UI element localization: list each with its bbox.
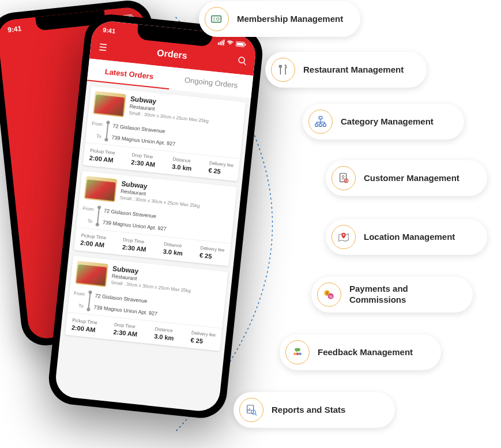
order-card[interactable]: Subway Restaurant Small : 30cm x 30cm x … bbox=[83, 86, 246, 181]
route-line-icon bbox=[97, 208, 100, 225]
feature-label: Payments and Commissions bbox=[349, 284, 458, 306]
svg-point-17 bbox=[343, 234, 345, 236]
feedback-icon bbox=[285, 340, 310, 364]
svg-rect-26 bbox=[247, 405, 254, 413]
to-address: 739 Magnus Union Apt. 927 bbox=[103, 219, 167, 232]
from-label: From bbox=[82, 206, 94, 212]
to-label: To bbox=[91, 133, 102, 139]
svg-point-22 bbox=[293, 352, 296, 355]
payments-icon: $% bbox=[317, 283, 341, 307]
feature-label: Feedback Management bbox=[318, 347, 413, 358]
distance-value: 3.0 km bbox=[154, 333, 174, 342]
feature-location: Location Management bbox=[326, 219, 487, 255]
distance-value: 3.0 km bbox=[163, 248, 183, 257]
to-label: To bbox=[73, 303, 84, 309]
category-icon bbox=[308, 110, 333, 134]
svg-text:%: % bbox=[329, 295, 333, 299]
feature-reports: Reports and Stats bbox=[233, 392, 395, 428]
fee-value: € 25 bbox=[208, 167, 233, 176]
svg-line-7 bbox=[243, 63, 246, 65]
pickup-value: 2:00 AM bbox=[71, 324, 97, 333]
pickup-value: 2:00 AM bbox=[80, 239, 106, 249]
membership-icon bbox=[205, 7, 229, 31]
fee-value: € 25 bbox=[199, 251, 224, 261]
svg-rect-13 bbox=[323, 124, 326, 127]
order-image bbox=[75, 261, 108, 287]
svg-rect-5 bbox=[245, 44, 246, 46]
reports-icon bbox=[239, 398, 263, 422]
svg-text:$: $ bbox=[326, 291, 329, 295]
feature-label: Customer Management bbox=[364, 173, 459, 184]
svg-point-15 bbox=[342, 175, 344, 178]
feature-label: Restaurant Management bbox=[303, 65, 404, 76]
order-card[interactable]: Subway Restaurant Small : 30cm x 30cm x … bbox=[65, 255, 228, 351]
to-address: 739 Magnus Union Apt. 927 bbox=[93, 304, 158, 317]
time-label: 9:41 bbox=[103, 27, 116, 35]
svg-point-9 bbox=[217, 18, 220, 21]
svg-point-23 bbox=[296, 352, 299, 355]
menu-icon[interactable]: ☰ bbox=[98, 42, 107, 53]
customer-icon bbox=[332, 166, 356, 190]
from-label: From bbox=[92, 121, 103, 127]
search-icon[interactable] bbox=[237, 55, 247, 68]
feature-customer: Customer Management bbox=[326, 160, 487, 196]
feature-label: Location Management bbox=[364, 232, 455, 243]
feature-label: Reports and Stats bbox=[272, 405, 345, 416]
drop-value: 2:30 AM bbox=[113, 328, 138, 337]
location-icon bbox=[332, 225, 356, 249]
status-icons bbox=[218, 39, 247, 48]
to-address: 739 Magnus Union Apt. 927 bbox=[111, 134, 176, 147]
svg-rect-25 bbox=[295, 348, 300, 352]
svg-rect-10 bbox=[319, 116, 322, 119]
feature-label: Membership Management bbox=[237, 14, 343, 25]
svg-rect-12 bbox=[319, 124, 322, 127]
to-label: To bbox=[81, 218, 93, 224]
feature-label: Category Management bbox=[341, 116, 434, 127]
feature-feedback: Feedback Management bbox=[280, 334, 441, 370]
fee-value: € 25 bbox=[190, 337, 215, 346]
order-image bbox=[93, 91, 126, 117]
order-card[interactable]: Subway Restaurant Small : 30cm x 30cm x … bbox=[74, 171, 237, 266]
pickup-value: 2:00 AM bbox=[89, 154, 115, 163]
drop-value: 2:30 AM bbox=[131, 159, 156, 168]
route-line-icon bbox=[106, 122, 108, 140]
order-image bbox=[84, 176, 117, 202]
orders-list: Subway Restaurant Small : 30cm x 30cm x … bbox=[59, 81, 251, 362]
svg-point-6 bbox=[239, 57, 245, 63]
time-label: 9:41 bbox=[7, 24, 22, 33]
feature-category: Category Management bbox=[303, 104, 464, 140]
svg-rect-4 bbox=[236, 43, 243, 46]
distance-value: 3.0 km bbox=[172, 163, 192, 172]
route-line-icon bbox=[88, 292, 91, 310]
from-label: From bbox=[74, 291, 85, 297]
restaurant-icon bbox=[271, 58, 295, 82]
feature-membership: Membership Management bbox=[199, 1, 360, 37]
feature-restaurant: Restaurant Management bbox=[265, 52, 427, 88]
drop-value: 2:30 AM bbox=[122, 243, 146, 253]
feature-payments: $% Payments and Commissions bbox=[311, 277, 473, 313]
svg-point-24 bbox=[299, 352, 302, 355]
svg-rect-11 bbox=[315, 124, 318, 127]
page-title: Orders bbox=[156, 48, 187, 61]
